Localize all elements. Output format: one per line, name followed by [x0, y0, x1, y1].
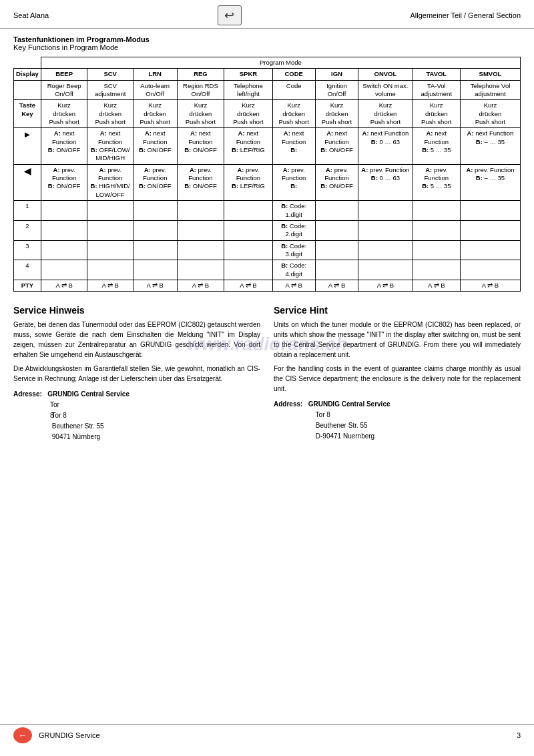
header-center: ↩ [218, 5, 242, 25]
col-scv: SCV [87, 69, 134, 80]
table-row-next: ► A: next FunctionB: ON/OFF A: next Func… [14, 128, 521, 164]
col-reg: REG [177, 69, 224, 80]
table-row-taste: TasteKey KurzdrückenPush short Kurzdrück… [14, 100, 521, 128]
col-tavol: TAVOL [413, 69, 460, 80]
footer-left-text: GRUNDIG Service [39, 731, 100, 739]
col-spkr: SPKR [224, 69, 272, 80]
title-german: Tastenfunktionen im Programm-Modus [13, 35, 521, 43]
footer-back-icon[interactable]: ← [13, 727, 32, 743]
service-german-heading: Service Hinweis [13, 305, 260, 316]
col-ign: IGN [315, 69, 358, 80]
service-english: Service Hint Units on which the tuner mo… [274, 305, 521, 442]
service-english-address: Address: GRUNDIG Central Service Tor 8 B… [274, 399, 521, 442]
pty-label: PTY [14, 280, 41, 291]
section-title: Tastenfunktionen im Programm-Modus Key F… [13, 35, 521, 51]
col-display: Display [14, 69, 41, 80]
header-left-text: Seat Alana [13, 11, 49, 19]
table-row-pty: PTY A ⇌ B A ⇌ B A ⇌ B A ⇌ B A ⇌ B A ⇌ B … [14, 280, 521, 291]
col-onvol: ONVOL [358, 69, 413, 80]
col-code: CODE [272, 69, 315, 80]
footer-page-number: 3 [517, 731, 521, 739]
table-row-digit3: 3 B: Code: 3.digit [14, 240, 521, 260]
next-arrow: ► [14, 128, 41, 164]
page-header: Seat Alana ↩ Allgemeiner Teil / General … [0, 0, 534, 29]
back-icon[interactable]: ↩ [218, 5, 242, 25]
table-row-digit2: 2 B: Code: 2.digit [14, 220, 521, 240]
service-german-body1: Geräte, bei denen das Tunermodul oder da… [13, 320, 260, 360]
table-row-prev: ◀ A: prev. FunctionB: ON/OFF A: prev. Fu… [14, 164, 521, 200]
service-english-body2: For the handling costs in the event of g… [274, 364, 521, 394]
service-section: Service Hinweis Geräte, bei denen das Tu… [13, 305, 521, 442]
page-footer: ← GRUNDIG Service 3 [0, 724, 534, 746]
service-english-body1: Units on which the tuner module or the E… [274, 320, 521, 360]
col-beep: BEEP [41, 69, 87, 80]
service-german: Service Hinweis Geräte, bei denen das Tu… [13, 305, 260, 442]
table-row-digit1: 1 B: Code: 1.digit [14, 201, 521, 221]
col-smvol: SMVOL [460, 69, 520, 80]
prev-arrow: ◀ [14, 164, 41, 200]
service-german-address: Adresse: GRUNDIG Central Service Tor 8 T… [13, 389, 260, 442]
header-right-text: Allgemeiner Teil / General Section [411, 11, 521, 19]
table-row-desc: Roger Beep On/Off SCV adjustment Auto-le… [14, 80, 521, 100]
service-english-heading: Service Hint [274, 305, 521, 316]
table-row-digit4: 4 B: Code: 4.digit [14, 260, 521, 280]
service-german-body2: Die Abwicklungskosten im Garantiefall st… [13, 364, 260, 384]
title-english: Key Functions in Program Mode [13, 43, 521, 51]
main-content: Tastenfunktionen im Programm-Modus Key F… [0, 29, 534, 462]
program-mode-header: Program Mode [41, 57, 520, 69]
service-german-tor: Tor 8 [13, 400, 50, 421]
program-table: Program Mode Display BEEP SCV LRN REG SP… [13, 57, 521, 292]
col-lrn: LRN [133, 69, 177, 80]
